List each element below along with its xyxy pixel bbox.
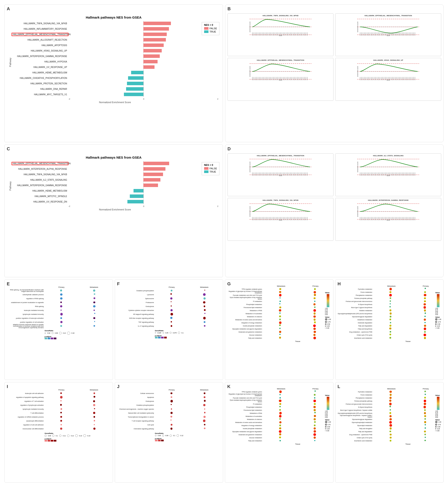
metabolic-dot [279,430,281,433]
dot-cols [45,420,111,422]
dot-circle [171,424,172,426]
metabolic-dot [280,397,280,398]
bar-area [68,167,218,171]
metabolic-size-dot [325,421,327,423]
metabolic-dots [263,331,332,333]
dot-circle [170,293,172,295]
legend-size-label: 0.11 [63,435,66,437]
metabolic-dot [314,312,316,314]
metabolic-dot [424,399,426,402]
metabolic-dot [390,440,392,442]
metabolic-dot [314,331,316,333]
metabolic-dot [279,334,280,335]
metabolic-row-label: Glycosaminoglycan degradation [336,419,373,420]
metabolic-dots [263,403,332,405]
metabolic-dot [424,406,426,408]
legend-size-dot [75,434,78,437]
metabolic-dots [263,433,332,436]
dot-circle [204,400,206,402]
bar-label: HALLMARK_KRAS_SIGNALING_UP [12,50,68,52]
gsea-plot-title: HALLMARK_INTERFERON_GAMMA_RESPONSE [336,199,440,201]
metabolic-dots [373,322,442,323]
metabolic-row-label: Pyruvate metabolism and citric acid TCA … [226,295,263,296]
metabolic-dots [263,303,332,305]
dot-row-label: RNA splicing [6,306,45,307]
panel-h: H MetastasisPrimaryPyrimidine metabolism… [335,279,444,380]
metabolic-legend-title: Value [435,292,441,294]
dot-plot-row: lymphocyte differentiation [6,419,111,423]
panel-c-yaxis-label: Pathway [9,181,12,191]
metabolic-row-label: Pentose phosphate pathway [336,400,373,402]
bar-row: HALLMARK_APOPTOSIS [12,43,218,48]
metabolic-dots [373,294,442,296]
dot-cols [155,400,221,402]
dot-cols [155,424,221,426]
metabolic-dot [424,409,426,411]
dot-cols [155,293,221,296]
dot-cols [155,309,221,311]
legend-size-dot [178,332,180,334]
metabolic-dots [263,301,332,302]
metabolic-row: Glycosylphosphatidylinositol (GPI)-ancho… [336,412,442,415]
dot-col-labels: PrimaryMetastasis [46,286,111,288]
dot-plot-row: Endocytosis [117,304,221,308]
metabolic-color-gradient [437,294,440,307]
metabolic-dots [373,312,442,314]
metabolic-dot [424,291,426,293]
metabolic-size-label: 0.25 [437,428,440,430]
metabolic-dots [263,309,332,312]
metabolic-dot [279,331,281,333]
metabolic-dot [390,394,392,396]
metabolic-legend: Value1.000.750.500.250.00Value1.000.750.… [325,394,331,432]
dot-plot-row: lymphocyte mediated immunity [6,312,111,316]
metabolic-size-label: 0.50 [437,323,440,325]
legend-size-label: 0.12 [71,435,74,437]
bar-row: HALLMARK_ALLOGRAFT_REJECTION [12,37,218,42]
legend-size-dot [162,435,164,437]
dot-cols [45,293,111,296]
svg-text:enrichment score: enrichment score [249,66,251,77]
metabolic-row: Glycosylphosphatidylinositol (GPI)-ancho… [336,312,442,315]
metabolic-row-label: Fatty acid degradation [336,325,373,327]
dot-circle [204,428,205,429]
metabolic-dot [424,316,426,317]
dot-plot-row: Cytokine-cytokine receptor interaction [117,308,221,312]
dot-circle [203,404,205,406]
metabolic-dot [389,418,392,421]
dot-plot-row: regulation of RNA splicing [6,296,111,300]
dot-circle [60,404,62,406]
metabolic-row-label: Glutamate and glutamine metabolism [226,434,263,435]
metabolic-dot [389,399,392,402]
dot-circle [93,412,95,414]
gsea-plot: HALLMARK_TNFA_SIGNALING_VIA_NFKBrankenri… [227,198,334,241]
dot-row-label: IL-17 signaling pathway [117,325,155,327]
metabolic-color-gradient [327,294,329,307]
dot-circle [171,321,172,322]
dot-circle [94,396,95,398]
dot-circle [60,396,63,398]
padjust-color-bar [155,439,221,441]
legend-size-label: 0.14 [88,435,90,437]
metabolic-dots [373,316,442,317]
bar-row: HALLMARK_OXIDATIVE_PHOSPHORYLATION [12,76,218,80]
generatio-sizes: 0.090.10.110.120.130.14 [45,434,111,437]
metabolic-plot-h: MetastasisPrimaryPyrimidine metabolismPu… [336,285,442,342]
svg-text:enrichment score: enrichment score [357,161,358,172]
metabolic-value-label: 0.25 [435,312,441,314]
metabolic-value-label: 0.00 [325,416,331,418]
metabolic-row-label: TP53 regulates metabolic genes [226,391,263,393]
metabolic-size-label: 1.00 [328,319,331,320]
bar-fill [143,184,158,187]
dot-cols [45,310,111,311]
dot-plot-row: Cell cycle [117,423,221,427]
metabolic-dot [279,424,281,426]
metabolic-value-label: 0.00 [435,416,441,418]
metabolic-row: Purine metabolism [336,393,442,396]
metabolic-size-row: 0.00 [325,327,331,329]
bar-label: HALLMARK_MYC_TARGETS_V1 [12,93,68,96]
metabolic-dot [424,325,426,327]
bar-fill [128,200,143,203]
metabolic-dots [263,312,332,314]
dot-col-label: Primary [58,389,64,391]
metabolic-size-row: 0.75 [325,321,331,323]
